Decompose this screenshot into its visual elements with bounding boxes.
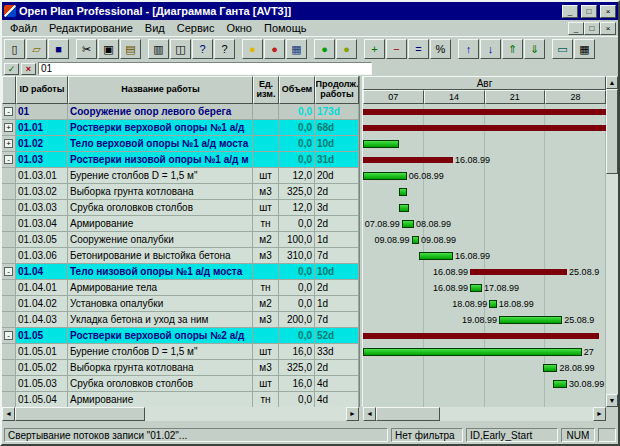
table-scroll-right-button[interactable]: ► [346,407,359,421]
task-unit-cell: м2 [253,232,279,248]
open-folder-button[interactable]: ▱ [26,39,47,59]
gantt-task-bar[interactable] [419,252,453,260]
vertical-scroll-thumb[interactable] [606,89,618,174]
expand-button[interactable]: + [4,139,13,148]
context-help-button[interactable]: ? [214,39,235,59]
menu-item-5[interactable]: Помощь [258,21,313,35]
accept-button[interactable]: ✓ [4,63,19,75]
clock-yellow-button[interactable]: ● [242,39,263,59]
promote-button[interactable]: ⇑ [502,39,523,59]
record-id-input[interactable] [38,62,372,75]
delete-activity-button[interactable]: − [386,39,407,59]
table-row[interactable]: 01.05.03 Срубка оголовков столбов шт 16,… [2,376,359,392]
collapse-button[interactable]: - [4,107,13,116]
child-minimize-button[interactable]: _ [568,22,584,35]
minimize-button[interactable]: _ [562,5,578,18]
gantt-task-bar[interactable] [363,140,399,148]
monitor-view-button[interactable]: ▭ [552,39,573,59]
menu-item-4[interactable]: Окно [220,21,258,35]
percent-complete-button[interactable]: % [430,39,451,59]
calculator-button[interactable]: ▦ [286,39,307,59]
collapse-button[interactable]: - [4,155,13,164]
menu-item-3[interactable]: Сервис [171,21,221,35]
scroll-down-button[interactable]: ▼ [606,394,618,407]
collapse-button[interactable]: - [4,331,13,340]
print-button[interactable]: ▥ [148,39,169,59]
clock-green-button[interactable]: ● [314,39,335,59]
gantt-summary-bar[interactable] [363,157,453,163]
table-row[interactable]: - 01.05 Ростверки верховой опоры №2 а/д … [2,328,359,344]
clock-red-button[interactable]: ● [264,39,285,59]
gantt-scroll-left-button[interactable]: ◄ [363,407,376,421]
gantt-task-bar[interactable] [363,172,407,180]
table-row[interactable]: - 01.03 Ростверки низовой опоры №1 а/д м… [2,152,359,168]
gantt-summary-bar[interactable] [470,269,567,275]
table-row[interactable]: - 01 Сооружение опор левого берега 0,0 1… [2,104,359,120]
cancel-button[interactable]: × [21,63,36,75]
gantt-task-bar[interactable] [363,348,582,356]
table-row[interactable]: 01.04.03 Укладка бетона и уход за ним м3… [2,312,359,328]
table-row[interactable]: 01.05.01 Бурение столбов D = 1,5 м" шт 1… [2,344,359,360]
new-document-button[interactable]: ▯ [4,39,25,59]
table-row[interactable]: 01.04.01 Армирование тела тн 0,0 2d [2,280,359,296]
cut-scissors-button[interactable]: ✂ [76,39,97,59]
gantt-task-bar[interactable] [470,284,482,292]
child-restore-button[interactable]: □ [584,22,600,35]
close-button[interactable]: × [600,5,616,18]
gantt-task-bar[interactable] [402,220,414,228]
task-name-cell: Армирование [68,216,253,232]
gantt-task-bar[interactable] [553,380,568,388]
child-close-button[interactable]: × [600,22,616,35]
gantt-summary-bar[interactable] [363,125,606,131]
gantt-task-bar[interactable] [412,236,419,244]
save-floppy-button[interactable]: ■ [48,39,69,59]
table-row[interactable]: 01.03.02 Выборка грунта котлована м3 325… [2,184,359,200]
gantt-summary-bar[interactable] [363,109,606,115]
table-row[interactable]: 01.04.02 Установка опалубки м2 0,0 1d [2,296,359,312]
task-id-cell: 01.05 [16,328,68,344]
table-row[interactable]: 01.05.02 Выборка грунта котлована м3 325… [2,360,359,376]
table-row[interactable]: 01.05.04 Армирование тн 0,0 4d [2,392,359,407]
add-activity-button[interactable]: + [364,39,385,59]
menu-item-1[interactable]: Редактирование [43,21,139,35]
table-row[interactable]: 01.03.01 Бурение столбов D = 1,5 м" шт 1… [2,168,359,184]
print-preview-button[interactable]: ◫ [170,39,191,59]
task-unit-cell: м3 [253,312,279,328]
demote-button[interactable]: ⇓ [524,39,545,59]
table-scroll-left-button[interactable]: ◄ [2,407,15,421]
restore-button[interactable]: □ [581,5,597,18]
table-row[interactable]: 01.03.05 Сооружение опалубки м2 100,0 1d [2,232,359,248]
table-row[interactable]: 01.03.03 Срубка оголовков столбов шт 12,… [2,200,359,216]
table-row[interactable]: + 01.02 Тело верховой опоры №1 а/д моста… [2,136,359,152]
menu-item-2[interactable]: Вид [139,21,171,35]
gantt-summary-bar[interactable] [363,333,599,339]
week-label: 14 [424,90,485,104]
clock-olive-button[interactable]: ● [336,39,357,59]
gantt-scroll-thumb[interactable] [376,407,440,421]
table-row[interactable]: 01.03.04 Армирование тн 0,0 2d [2,216,359,232]
copy-button[interactable]: ▣ [98,39,119,59]
task-duration-cell: 1d [315,232,359,248]
move-down-button[interactable]: ↓ [480,39,501,59]
task-volume-cell: 0,0 [279,152,315,168]
menu-item-0[interactable]: Файл [4,21,43,35]
gantt-task-bar[interactable] [399,204,409,212]
scroll-up-button[interactable]: ▲ [606,76,618,89]
task-id-cell: 01 [16,104,68,120]
help-contents-button[interactable]: ? [192,39,213,59]
table-row[interactable]: + 01.01 Ростверки верховой опоры №1 а/д … [2,120,359,136]
gantt-scroll-right-button[interactable]: ► [593,407,606,421]
gantt-task-bar[interactable] [489,300,496,308]
paste-button[interactable]: ▤ [120,39,141,59]
expand-button[interactable]: + [4,123,13,132]
table-view-button[interactable]: ▦ [574,39,595,59]
move-up-button[interactable]: ↑ [458,39,479,59]
collapse-button[interactable]: - [4,267,13,276]
gantt-task-bar[interactable] [543,364,558,372]
link-activities-button[interactable]: = [408,39,429,59]
gantt-task-bar[interactable] [499,316,562,324]
table-row[interactable]: - 01.04 Тело низовой опоры №1 а/д моста … [2,264,359,280]
table-scroll-thumb[interactable] [15,407,145,421]
table-row[interactable]: 01.03.06 Бетонирование и выстойка бетона… [2,248,359,264]
gantt-task-bar[interactable] [399,188,406,196]
